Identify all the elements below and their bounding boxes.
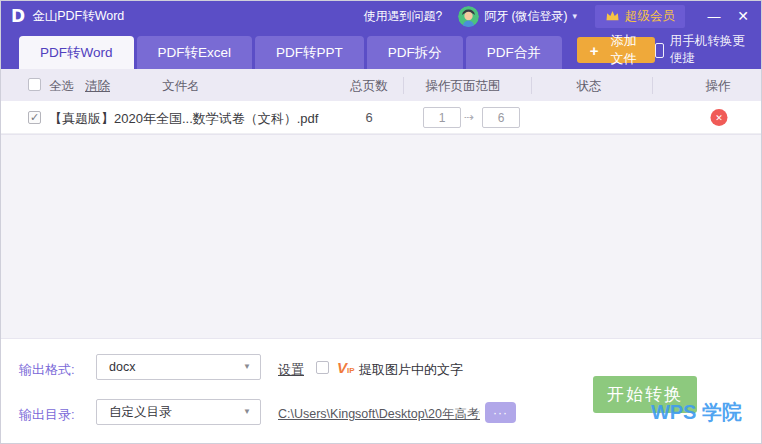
phone-tip-label: 用手机转换更便捷 bbox=[670, 33, 747, 67]
column-header-status: 状态 bbox=[577, 78, 602, 95]
output-dir-label: 输出目录: bbox=[19, 406, 75, 424]
close-button[interactable]: ✕ bbox=[733, 8, 753, 24]
plus-icon: + bbox=[590, 42, 599, 59]
vip-member-button[interactable]: 超级会员 bbox=[595, 5, 685, 28]
select-all-label[interactable]: 全选 bbox=[49, 78, 74, 95]
row-filename: 【真题版】2020年全国...数学试卷（文科）.pdf bbox=[49, 110, 318, 128]
row-page-count: 6 bbox=[365, 110, 372, 125]
tab-pdf-merge[interactable]: PDF合并 bbox=[466, 36, 562, 69]
avatar[interactable] bbox=[458, 6, 479, 27]
row-checkbox[interactable] bbox=[28, 111, 41, 124]
app-window: D 金山PDF转Word 使用遇到问题? 阿牙 (微信登录) ▾ 超级会员 — … bbox=[0, 0, 762, 444]
output-format-label: 输出格式: bbox=[19, 361, 75, 379]
user-name[interactable]: 阿牙 (微信登录) bbox=[484, 8, 567, 25]
range-from-input[interactable] bbox=[423, 107, 461, 128]
column-divider bbox=[403, 77, 404, 94]
delete-file-button[interactable]: ✕ bbox=[711, 109, 728, 126]
add-file-label: 添加文件 bbox=[605, 32, 643, 68]
clear-link[interactable]: 清除 bbox=[85, 78, 110, 95]
tab-pdf-split[interactable]: PDF拆分 bbox=[367, 36, 463, 69]
minimize-button[interactable]: — bbox=[705, 9, 723, 24]
add-file-button[interactable]: + 添加文件 bbox=[577, 37, 656, 63]
tab-bar: PDF转Word PDF转Excel PDF转PPT PDF拆分 PDF合并 +… bbox=[1, 31, 761, 69]
vip-feature-icon: VIP bbox=[337, 360, 355, 378]
vip-member-label: 超级会员 bbox=[625, 8, 675, 25]
tab-pdf-to-ppt[interactable]: PDF转PPT bbox=[255, 36, 364, 69]
tab-pdf-to-word[interactable]: PDF转Word bbox=[19, 36, 134, 69]
start-convert-button[interactable]: 开始转换 bbox=[593, 376, 697, 413]
ocr-label: 提取图片中的文字 bbox=[359, 361, 463, 379]
phone-convert-tip[interactable]: 用手机转换更便捷 bbox=[655, 33, 747, 67]
column-header-pages: 总页数 bbox=[350, 78, 388, 95]
output-format-value: docx bbox=[109, 360, 135, 374]
settings-link[interactable]: 设置 bbox=[278, 361, 304, 379]
crown-icon bbox=[605, 10, 620, 22]
column-divider bbox=[652, 77, 653, 94]
column-header-actions: 操作 bbox=[706, 78, 731, 95]
table-row: 【真题版】2020年全国...数学试卷（文科）.pdf 6 ⇢ ✕ bbox=[1, 101, 761, 134]
app-title: 金山PDF转Word bbox=[32, 8, 124, 25]
tab-pdf-to-excel[interactable]: PDF转Excel bbox=[137, 36, 253, 69]
select-caret-icon: ▼ bbox=[243, 400, 251, 424]
range-to-input[interactable] bbox=[482, 107, 520, 128]
select-all-checkbox[interactable] bbox=[28, 78, 41, 91]
range-arrow-icon: ⇢ bbox=[464, 110, 474, 124]
app-logo-icon: D bbox=[11, 7, 25, 25]
close-icon: ✕ bbox=[715, 113, 723, 123]
output-format-select[interactable]: docx ▼ bbox=[96, 354, 261, 380]
output-dir-path[interactable]: C:\Users\Kingsoft\Desktop\20年高考数学 bbox=[278, 406, 480, 423]
column-divider bbox=[531, 77, 532, 94]
file-list-area bbox=[1, 134, 761, 338]
help-link[interactable]: 使用遇到问题? bbox=[363, 8, 442, 25]
output-dir-select[interactable]: 自定义目录 ▼ bbox=[96, 399, 261, 425]
output-dir-value: 自定义目录 bbox=[109, 405, 172, 419]
column-header-range: 操作页面范围 bbox=[426, 78, 501, 95]
file-list-header: 全选 清除 文件名 总页数 操作页面范围 状态 操作 bbox=[1, 69, 761, 101]
titlebar: D 金山PDF转Word 使用遇到问题? 阿牙 (微信登录) ▾ 超级会员 — … bbox=[1, 1, 761, 31]
column-header-filename: 文件名 bbox=[162, 78, 200, 95]
chevron-down-icon[interactable]: ▾ bbox=[572, 11, 577, 21]
browse-folder-button[interactable]: ··· bbox=[485, 402, 516, 423]
ocr-checkbox[interactable] bbox=[316, 361, 329, 374]
phone-icon bbox=[655, 43, 663, 58]
select-caret-icon: ▼ bbox=[243, 355, 251, 379]
